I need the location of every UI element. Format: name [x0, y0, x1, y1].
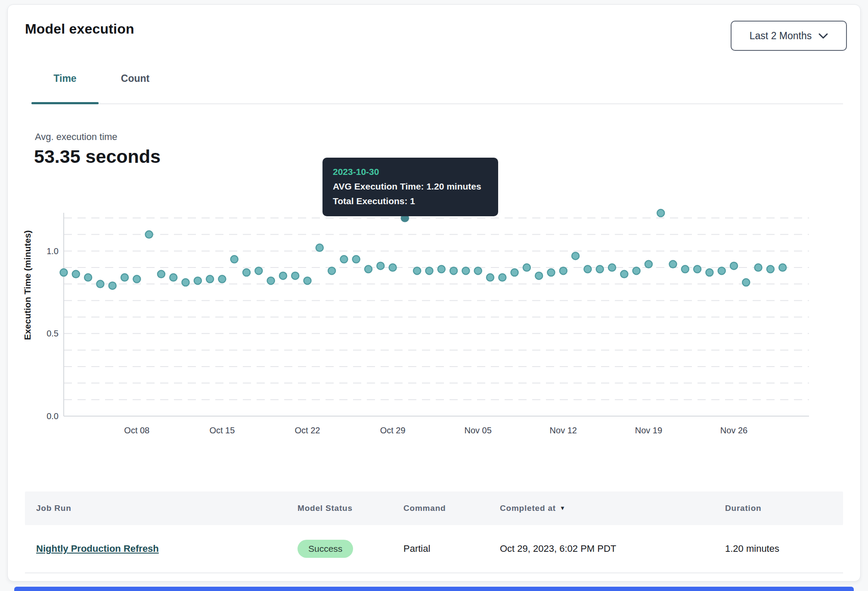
y-tick-label: 1.0 [46, 246, 59, 256]
data-point[interactable] [231, 255, 238, 263]
table-header-row: Job Run Model Status Command Completed a… [25, 491, 843, 525]
data-point[interactable] [767, 265, 774, 273]
job-run-link[interactable]: Nightly Production Refresh [36, 543, 159, 554]
y-tick-label: 0.5 [46, 329, 59, 338]
tab-time[interactable]: Time [31, 73, 99, 104]
data-point[interactable] [158, 271, 165, 278]
data-point[interactable] [218, 275, 226, 283]
triangle-down-icon: ▼ [560, 505, 566, 511]
data-point[interactable] [620, 271, 628, 278]
data-point[interactable] [548, 269, 555, 276]
data-point[interactable] [255, 267, 262, 274]
tooltip-date: 2023-10-30 [333, 165, 488, 179]
data-point[interactable] [353, 255, 360, 263]
chart-tooltip: 2023-10-30 AVG Execution Time: 1.20 minu… [322, 158, 498, 216]
data-point[interactable] [779, 264, 786, 271]
x-tick-label: Nov 12 [550, 426, 577, 435]
completed-at-cell: Oct 29, 2023, 6:02 PM PDT [489, 543, 714, 554]
model-execution-card: Model execution Last 2 Months Time Count… [7, 4, 861, 582]
x-tick-label: Oct 08 [124, 426, 149, 435]
table-row: Nightly Production Refresh Success Parti… [25, 525, 843, 573]
data-point[interactable] [243, 269, 250, 276]
data-point[interactable] [560, 267, 567, 274]
data-point[interactable] [511, 269, 518, 276]
chevron-down-icon [818, 33, 828, 39]
data-point[interactable] [730, 262, 738, 270]
data-point[interactable] [146, 231, 153, 238]
data-point[interactable] [462, 267, 469, 274]
avg-execution-time-value: 53.35 seconds [34, 146, 161, 167]
data-point[interactable] [60, 269, 68, 276]
x-tick-label: Oct 22 [295, 426, 320, 435]
data-point[interactable] [633, 267, 640, 274]
data-point[interactable] [109, 282, 116, 289]
data-point[interactable] [706, 269, 713, 276]
data-point[interactable] [182, 279, 189, 286]
data-point[interactable] [206, 275, 214, 283]
column-header-model-status: Model Status [286, 504, 392, 513]
data-point[interactable] [596, 265, 604, 273]
data-point[interactable] [279, 272, 287, 280]
date-range-value: Last 2 Months [750, 30, 812, 42]
data-point[interactable] [304, 277, 311, 284]
x-tick-label: Nov 05 [465, 426, 492, 435]
x-tick-label: Oct 15 [209, 426, 235, 435]
data-point[interactable] [584, 265, 591, 273]
data-point[interactable] [755, 264, 762, 271]
data-point[interactable] [96, 280, 104, 288]
chart-tabs: Time Count [31, 73, 172, 104]
job-run-cell: Nightly Production Refresh [25, 543, 286, 554]
data-point[interactable] [742, 279, 750, 286]
data-point[interactable] [572, 252, 579, 260]
data-point[interactable] [474, 267, 482, 274]
model-status-cell: Success [286, 540, 392, 558]
data-point[interactable] [194, 277, 202, 284]
column-header-completed-at[interactable]: Completed at ▼ [489, 504, 714, 513]
data-point[interactable] [365, 265, 372, 273]
data-point[interactable] [133, 275, 140, 283]
bottom-accent-bar [14, 587, 854, 591]
data-point[interactable] [121, 274, 128, 281]
column-header-job-run: Job Run [25, 504, 286, 513]
column-header-command: Command [392, 504, 489, 513]
data-point[interactable] [645, 261, 652, 268]
data-point[interactable] [291, 272, 299, 280]
data-point[interactable] [413, 267, 421, 274]
date-range-dropdown[interactable]: Last 2 Months [731, 21, 847, 51]
duration-cell: 1.20 minutes [714, 543, 843, 554]
data-point[interactable] [72, 271, 80, 278]
data-point[interactable] [389, 264, 397, 271]
avg-execution-time-label: Avg. execution time [35, 131, 118, 143]
data-point[interactable] [328, 267, 335, 274]
y-tick-label: 0.0 [46, 411, 59, 421]
data-point[interactable] [340, 255, 347, 263]
data-point[interactable] [426, 267, 433, 274]
data-point[interactable] [682, 265, 689, 273]
job-runs-table: Job Run Model Status Command Completed a… [25, 491, 843, 573]
data-point[interactable] [84, 274, 92, 281]
x-tick-label: Nov 26 [720, 426, 747, 435]
data-point[interactable] [670, 261, 677, 268]
data-point[interactable] [499, 274, 506, 281]
data-point[interactable] [535, 272, 542, 280]
x-tick-label: Nov 19 [635, 426, 662, 435]
data-point[interactable] [718, 267, 725, 274]
tab-count[interactable]: Count [99, 73, 172, 104]
data-point[interactable] [316, 244, 323, 252]
data-point[interactable] [377, 262, 384, 270]
tooltip-total-line: Total Executions: 1 [333, 194, 488, 208]
data-point[interactable] [450, 267, 457, 274]
data-point[interactable] [657, 209, 664, 217]
data-point[interactable] [438, 265, 445, 273]
page-title: Model execution [25, 21, 134, 37]
data-point[interactable] [487, 274, 494, 281]
y-axis-title: Execution Time (minutes) [22, 230, 32, 340]
data-point[interactable] [694, 265, 701, 273]
data-point[interactable] [523, 264, 530, 271]
data-point[interactable] [267, 277, 275, 284]
data-point[interactable] [170, 274, 177, 281]
execution-time-chart[interactable]: 0.00.51.0Oct 08Oct 15Oct 22Oct 29Nov 05N… [8, 207, 861, 444]
status-badge: Success [298, 540, 353, 558]
data-point[interactable] [608, 264, 616, 271]
x-tick-label: Oct 29 [380, 426, 406, 435]
